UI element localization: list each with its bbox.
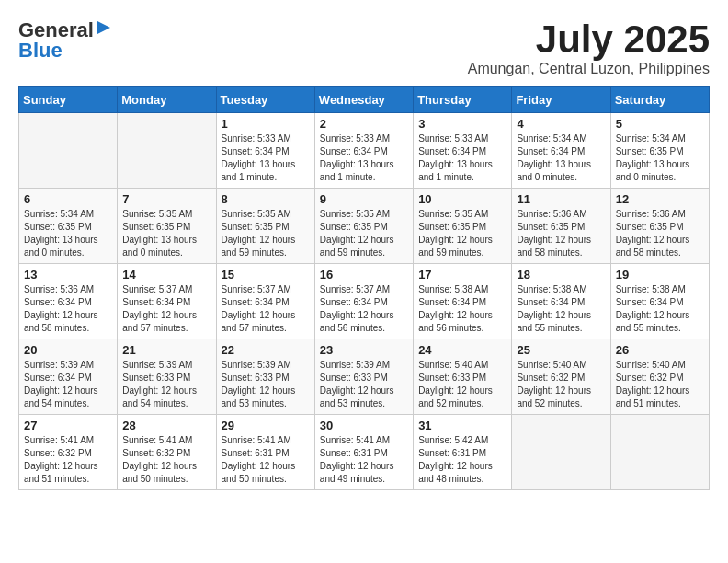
calendar-week-row: 27Sunrise: 5:41 AMSunset: 6:32 PMDayligh…	[19, 415, 710, 490]
day-info: Sunrise: 5:40 AMSunset: 6:32 PMDaylight:…	[616, 359, 704, 410]
calendar-cell: 18Sunrise: 5:38 AMSunset: 6:34 PMDayligh…	[512, 264, 610, 339]
day-info: Sunrise: 5:33 AMSunset: 6:34 PMDaylight:…	[418, 132, 506, 184]
day-number: 7	[122, 192, 210, 206]
calendar-cell: 14Sunrise: 5:37 AMSunset: 6:34 PMDayligh…	[118, 264, 216, 339]
day-info: Sunrise: 5:36 AMSunset: 6:35 PMDaylight:…	[517, 208, 605, 259]
calendar-cell: 30Sunrise: 5:41 AMSunset: 6:31 PMDayligh…	[314, 415, 413, 490]
weekday-header-tuesday: Tuesday	[216, 87, 314, 113]
day-number: 27	[24, 419, 112, 432]
day-info: Sunrise: 5:40 AMSunset: 6:32 PMDaylight:…	[517, 359, 605, 410]
day-info: Sunrise: 5:41 AMSunset: 6:32 PMDaylight:…	[122, 434, 210, 486]
day-info: Sunrise: 5:39 AMSunset: 6:34 PMDaylight:…	[24, 359, 112, 410]
day-info: Sunrise: 5:39 AMSunset: 6:33 PMDaylight:…	[320, 359, 408, 410]
day-number: 16	[320, 268, 408, 282]
day-info: Sunrise: 5:40 AMSunset: 6:33 PMDaylight:…	[418, 359, 506, 410]
calendar-cell	[19, 113, 118, 189]
day-number: 19	[616, 268, 704, 282]
day-number: 23	[320, 343, 408, 357]
svg-marker-0	[97, 21, 110, 34]
calendar-cell: 11Sunrise: 5:36 AMSunset: 6:35 PMDayligh…	[512, 189, 610, 264]
day-number: 11	[517, 192, 605, 206]
calendar-cell: 8Sunrise: 5:35 AMSunset: 6:35 PMDaylight…	[216, 189, 314, 264]
calendar-cell: 31Sunrise: 5:42 AMSunset: 6:31 PMDayligh…	[414, 415, 512, 490]
calendar-cell: 15Sunrise: 5:37 AMSunset: 6:34 PMDayligh…	[216, 264, 314, 339]
weekday-header-monday: Monday	[118, 87, 216, 113]
day-number: 26	[616, 343, 704, 357]
calendar-cell	[512, 415, 610, 490]
day-info: Sunrise: 5:35 AMSunset: 6:35 PMDaylight:…	[122, 208, 210, 259]
calendar-cell: 20Sunrise: 5:39 AMSunset: 6:34 PMDayligh…	[19, 339, 118, 415]
calendar-week-row: 20Sunrise: 5:39 AMSunset: 6:34 PMDayligh…	[19, 339, 710, 415]
day-number: 1	[222, 117, 310, 131]
day-number: 5	[616, 117, 704, 131]
day-info: Sunrise: 5:41 AMSunset: 6:32 PMDaylight:…	[24, 434, 112, 486]
calendar-cell: 29Sunrise: 5:41 AMSunset: 6:31 PMDayligh…	[216, 415, 314, 490]
calendar-cell: 27Sunrise: 5:41 AMSunset: 6:32 PMDayligh…	[19, 415, 118, 490]
day-number: 25	[517, 343, 605, 357]
day-number: 13	[24, 268, 112, 282]
calendar-table: SundayMondayTuesdayWednesdayThursdayFrid…	[18, 86, 710, 490]
weekday-header-sunday: Sunday	[19, 87, 118, 113]
calendar-cell: 22Sunrise: 5:39 AMSunset: 6:33 PMDayligh…	[216, 339, 314, 415]
day-number: 17	[418, 268, 506, 282]
day-info: Sunrise: 5:36 AMSunset: 6:34 PMDaylight:…	[24, 283, 112, 335]
calendar-cell: 24Sunrise: 5:40 AMSunset: 6:33 PMDayligh…	[414, 339, 512, 415]
calendar-cell: 21Sunrise: 5:39 AMSunset: 6:33 PMDayligh…	[118, 339, 216, 415]
calendar-cell: 17Sunrise: 5:38 AMSunset: 6:34 PMDayligh…	[414, 264, 512, 339]
day-info: Sunrise: 5:35 AMSunset: 6:35 PMDaylight:…	[222, 208, 310, 259]
day-number: 28	[122, 419, 210, 432]
calendar-week-row: 13Sunrise: 5:36 AMSunset: 6:34 PMDayligh…	[19, 264, 710, 339]
day-info: Sunrise: 5:33 AMSunset: 6:34 PMDaylight:…	[222, 132, 310, 184]
day-info: Sunrise: 5:37 AMSunset: 6:34 PMDaylight:…	[320, 283, 408, 335]
day-number: 18	[517, 268, 605, 282]
day-number: 20	[24, 343, 112, 357]
weekday-header-friday: Friday	[512, 87, 610, 113]
day-info: Sunrise: 5:34 AMSunset: 6:35 PMDaylight:…	[616, 132, 704, 184]
calendar-cell: 4Sunrise: 5:34 AMSunset: 6:34 PMDaylight…	[512, 113, 610, 189]
calendar-week-row: 1Sunrise: 5:33 AMSunset: 6:34 PMDaylight…	[19, 113, 710, 189]
day-info: Sunrise: 5:35 AMSunset: 6:35 PMDaylight:…	[320, 208, 408, 259]
calendar-cell: 26Sunrise: 5:40 AMSunset: 6:32 PMDayligh…	[610, 339, 709, 415]
day-info: Sunrise: 5:39 AMSunset: 6:33 PMDaylight:…	[122, 359, 210, 410]
calendar-cell: 12Sunrise: 5:36 AMSunset: 6:35 PMDayligh…	[610, 189, 709, 264]
calendar-cell: 10Sunrise: 5:35 AMSunset: 6:35 PMDayligh…	[414, 189, 512, 264]
calendar-cell: 9Sunrise: 5:35 AMSunset: 6:35 PMDaylight…	[314, 189, 413, 264]
calendar-cell: 1Sunrise: 5:33 AMSunset: 6:34 PMDaylight…	[216, 113, 314, 189]
day-info: Sunrise: 5:35 AMSunset: 6:35 PMDaylight:…	[418, 208, 506, 259]
calendar-cell	[118, 113, 216, 189]
weekday-header-wednesday: Wednesday	[314, 87, 413, 113]
day-info: Sunrise: 5:37 AMSunset: 6:34 PMDaylight:…	[122, 283, 210, 335]
day-number: 12	[616, 192, 704, 206]
day-info: Sunrise: 5:34 AMSunset: 6:35 PMDaylight:…	[24, 208, 112, 259]
weekday-header-thursday: Thursday	[414, 87, 512, 113]
calendar-cell: 2Sunrise: 5:33 AMSunset: 6:34 PMDaylight…	[314, 113, 413, 189]
calendar-cell: 7Sunrise: 5:35 AMSunset: 6:35 PMDaylight…	[118, 189, 216, 264]
calendar-cell: 3Sunrise: 5:33 AMSunset: 6:34 PMDaylight…	[414, 113, 512, 189]
day-info: Sunrise: 5:37 AMSunset: 6:34 PMDaylight:…	[222, 283, 310, 335]
calendar-cell: 25Sunrise: 5:40 AMSunset: 6:32 PMDayligh…	[512, 339, 610, 415]
day-number: 6	[24, 192, 112, 206]
day-info: Sunrise: 5:38 AMSunset: 6:34 PMDaylight:…	[418, 283, 506, 335]
day-number: 29	[222, 419, 310, 432]
day-info: Sunrise: 5:39 AMSunset: 6:33 PMDaylight:…	[222, 359, 310, 410]
day-number: 15	[222, 268, 310, 282]
calendar-cell: 23Sunrise: 5:39 AMSunset: 6:33 PMDayligh…	[314, 339, 413, 415]
day-number: 2	[320, 117, 408, 131]
page-header: General Blue July 2025 Amungan, Central …	[18, 18, 710, 77]
day-info: Sunrise: 5:38 AMSunset: 6:34 PMDaylight:…	[517, 283, 605, 335]
page-subtitle: Amungan, Central Luzon, Philippines	[468, 61, 710, 77]
calendar-cell: 28Sunrise: 5:41 AMSunset: 6:32 PMDayligh…	[118, 415, 216, 490]
title-block: July 2025 Amungan, Central Luzon, Philip…	[468, 18, 710, 77]
calendar-cell	[610, 415, 709, 490]
weekday-header-saturday: Saturday	[610, 87, 709, 113]
calendar-header-row: SundayMondayTuesdayWednesdayThursdayFrid…	[19, 87, 710, 113]
logo-flag-icon	[96, 19, 112, 36]
day-info: Sunrise: 5:41 AMSunset: 6:31 PMDaylight:…	[222, 434, 310, 486]
day-info: Sunrise: 5:41 AMSunset: 6:31 PMDaylight:…	[320, 434, 408, 486]
day-number: 3	[418, 117, 506, 131]
day-number: 24	[418, 343, 506, 357]
logo: General Blue	[18, 18, 112, 63]
day-number: 4	[517, 117, 605, 131]
day-number: 22	[222, 343, 310, 357]
calendar-cell: 19Sunrise: 5:38 AMSunset: 6:34 PMDayligh…	[610, 264, 709, 339]
